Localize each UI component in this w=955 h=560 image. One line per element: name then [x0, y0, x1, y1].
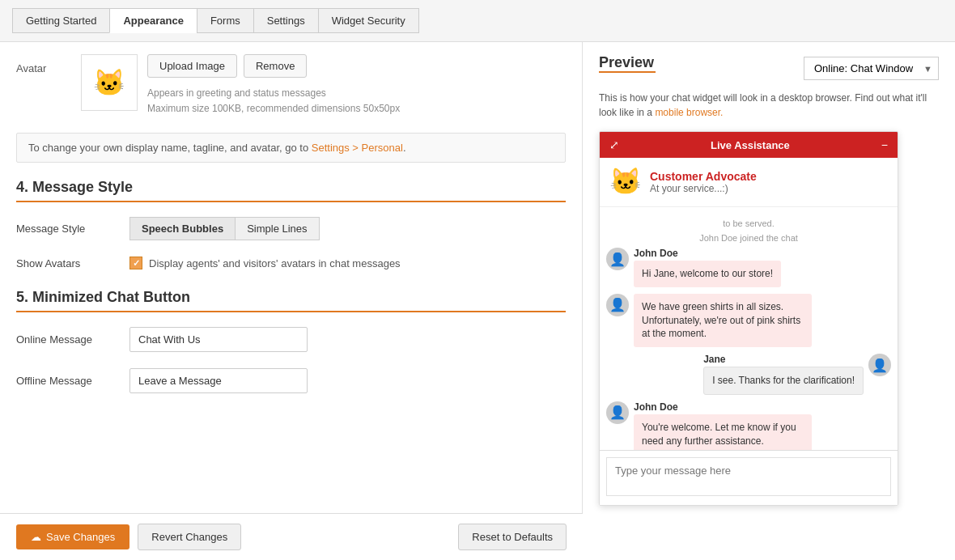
info-text-before: To change your own display name, tagline…	[28, 142, 312, 154]
minimized-chat-heading: 5. Minimized Chat Button	[16, 289, 566, 306]
avatar-label: Avatar	[16, 54, 81, 74]
preview-mode-select[interactable]: Online: Chat Window Offline: Chat Window…	[804, 57, 939, 80]
save-icon: ☁	[31, 531, 41, 543]
visitor-avatar-1: 👤	[868, 354, 891, 376]
message-style-group: Speech Bubbles Simple Lines	[129, 217, 320, 240]
preview-header: Preview Online: Chat Window Offline: Cha…	[599, 54, 939, 83]
offline-message-input[interactable]	[129, 368, 308, 393]
chat-messages: to be served. John Doe joined the chat 👤…	[600, 207, 898, 450]
tab-settings[interactable]: Settings	[253, 8, 318, 33]
message-style-section: 4. Message Style Message Style Speech Bu…	[16, 179, 566, 269]
avatar-section: Avatar 🐱 Upload Image Remove Appears in …	[16, 54, 566, 117]
section-underline-4	[16, 201, 566, 202]
info-text-after: .	[403, 142, 406, 154]
chat-widget: ⤢ Live Assistance − 🐱 Customer Advocate …	[599, 131, 898, 506]
avatars-checkbox-label: Display agents' and visitors' avatars in…	[149, 257, 401, 269]
agent-avatar-1: 👤	[606, 248, 629, 270]
message-row-1: 👤 John Doe Hi Jane, welcome to our store…	[606, 248, 891, 287]
reset-to-defaults-button[interactable]: Reset to Defaults	[458, 524, 567, 550]
speech-bubbles-button[interactable]: Speech Bubbles	[129, 217, 235, 240]
show-avatars-checkbox-row: Display agents' and visitors' avatars in…	[129, 257, 401, 269]
message-row-4: 👤 John Doe You're welcome. Let me know i…	[606, 401, 891, 450]
offline-message-label: Offline Message	[16, 375, 129, 387]
online-message-label: Online Message	[16, 333, 129, 346]
minimized-chat-section: 5. Minimized Chat Button Online Message …	[16, 289, 566, 393]
upload-image-button[interactable]: Upload Image	[147, 54, 237, 78]
message-style-row: Message Style Speech Bubbles Simple Line…	[16, 217, 566, 240]
tab-appearance[interactable]: Appearance	[109, 8, 196, 33]
remove-image-button[interactable]: Remove	[244, 54, 307, 78]
chat-header-title: Live Assistance	[619, 139, 881, 151]
chat-agent-bar: 🐱 Customer Advocate At your service...:)	[600, 158, 898, 207]
online-message-row: Online Message	[16, 327, 566, 352]
main-layout: Avatar 🐱 Upload Image Remove Appears in …	[0, 42, 955, 560]
agent-avatar: 🐱	[609, 166, 642, 198]
info-box: To change your own display name, tagline…	[16, 133, 566, 163]
message-bubble-2: We have green shirts in all sizes. Unfor…	[634, 294, 812, 347]
save-changes-button[interactable]: ☁ Save Changes	[16, 524, 129, 549]
top-nav: Getting Started Appearance Forms Setting…	[0, 0, 955, 42]
preview-title: Preview	[599, 54, 656, 83]
agent-name: Customer Advocate	[650, 170, 757, 183]
system-message-2: John Doe joined the chat	[606, 233, 891, 243]
agent-avatar-3: 👤	[606, 401, 629, 424]
revert-changes-button[interactable]: Revert Changes	[138, 524, 241, 550]
avatars-checkbox[interactable]	[129, 257, 142, 269]
avatar-actions: Upload Image Remove Appears in greeting …	[147, 54, 400, 117]
message-bubble-3: Jane I see. Thanks for the clarification…	[703, 354, 864, 395]
right-panel: Preview Online: Chat Window Offline: Cha…	[583, 42, 955, 560]
avatar-image-box: 🐱	[81, 54, 138, 111]
simple-lines-button[interactable]: Simple Lines	[235, 217, 319, 240]
preview-select-wrap: Online: Chat Window Offline: Chat Window…	[804, 57, 939, 80]
online-message-input[interactable]	[129, 327, 308, 352]
tab-forms[interactable]: Forms	[197, 8, 253, 33]
message-style-label: Message Style	[16, 223, 129, 235]
offline-message-row: Offline Message	[16, 368, 566, 393]
chat-expand-icon[interactable]: ⤢	[609, 138, 619, 151]
system-message-1: to be served.	[606, 218, 891, 228]
preview-title-underline	[599, 71, 656, 73]
chat-message-input[interactable]	[606, 457, 891, 496]
mobile-browser-link[interactable]: mobile browser.	[655, 107, 723, 118]
avatar-icon: 🐱	[93, 67, 125, 98]
message-style-heading: 4. Message Style	[16, 179, 566, 196]
preview-description: This is how your chat widget will look i…	[599, 91, 939, 120]
bottom-bar: ☁ Save Changes Revert Changes Reset to D…	[0, 513, 583, 560]
tab-widget-security[interactable]: Widget Security	[318, 8, 419, 33]
chat-widget-header: ⤢ Live Assistance −	[600, 132, 898, 158]
agent-tagline: At your service...:)	[650, 183, 757, 194]
show-avatars-row: Show Avatars Display agents' and visitor…	[16, 257, 566, 269]
agent-info: Customer Advocate At your service...:)	[650, 170, 757, 194]
chat-minimize-icon[interactable]: −	[881, 138, 888, 151]
avatar-hint: Appears in greeting and status messages …	[147, 86, 400, 117]
chat-input-area	[600, 450, 898, 505]
section-underline-5	[16, 311, 566, 312]
settings-personal-link[interactable]: Settings > Personal	[312, 142, 403, 154]
left-panel: Avatar 🐱 Upload Image Remove Appears in …	[0, 42, 583, 560]
show-avatars-label: Show Avatars	[16, 257, 129, 269]
tab-getting-started[interactable]: Getting Started	[12, 8, 109, 33]
message-bubble-4: John Doe You're welcome. Let me know if …	[634, 401, 812, 450]
agent-avatar-2: 👤	[606, 294, 629, 316]
message-bubble-1: John Doe Hi Jane, welcome to our store!	[634, 248, 781, 287]
message-row-2: 👤 We have green shirts in all sizes. Unf…	[606, 294, 891, 347]
message-row-3: 👤 Jane I see. Thanks for the clarificati…	[606, 354, 891, 395]
